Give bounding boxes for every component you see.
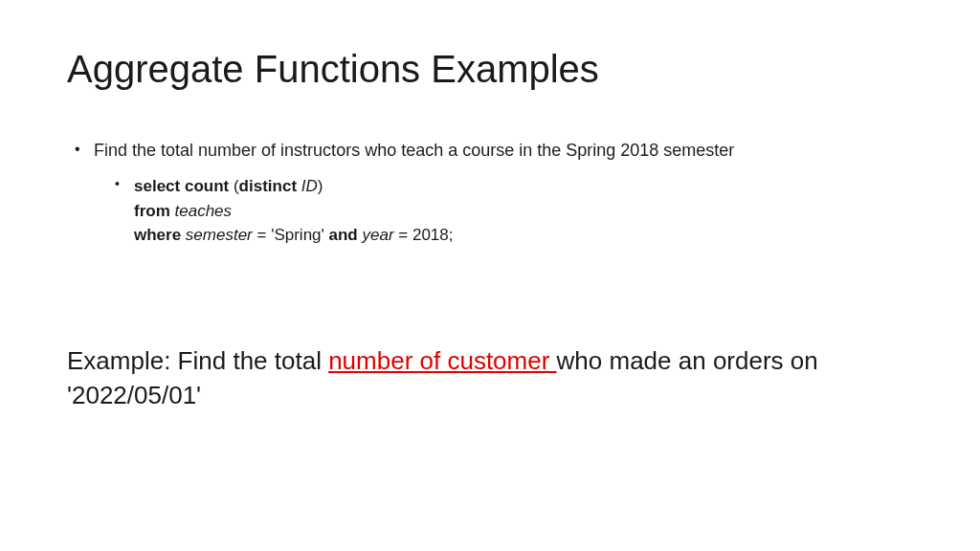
- sql-year: year: [358, 226, 394, 244]
- sql-year-value: = 2018;: [394, 226, 454, 244]
- slide-title: Aggregate Functions Examples: [67, 48, 913, 91]
- main-bullet-list: Find the total number of instructors who…: [67, 139, 913, 248]
- sql-select-count: select count: [134, 177, 229, 195]
- sql-query: select count (distinct ID) from teaches …: [94, 174, 913, 248]
- sub-bullet-list: select count (distinct ID) from teaches …: [94, 174, 913, 248]
- sql-where: where: [134, 226, 181, 244]
- bullet-item-1: Find the total number of instructors who…: [67, 139, 913, 248]
- example-question: Example: Find the total number of custom…: [67, 343, 913, 413]
- sql-paren-close: ): [318, 177, 323, 195]
- sql-distinct: distinct: [239, 177, 297, 195]
- sql-and: and: [329, 226, 358, 244]
- sql-semester: semester: [181, 226, 253, 244]
- bullet-1-text: Find the total number of instructors who…: [94, 141, 734, 160]
- sql-spring-text: = 'Spring': [253, 226, 329, 244]
- sql-from: from: [134, 202, 170, 220]
- sql-id: ID: [297, 177, 318, 195]
- example-prefix: Example: Find the total: [67, 346, 328, 375]
- sql-teaches: teaches: [170, 202, 232, 220]
- sql-paren-open: (: [229, 177, 238, 195]
- example-highlighted: number of customer: [328, 346, 556, 375]
